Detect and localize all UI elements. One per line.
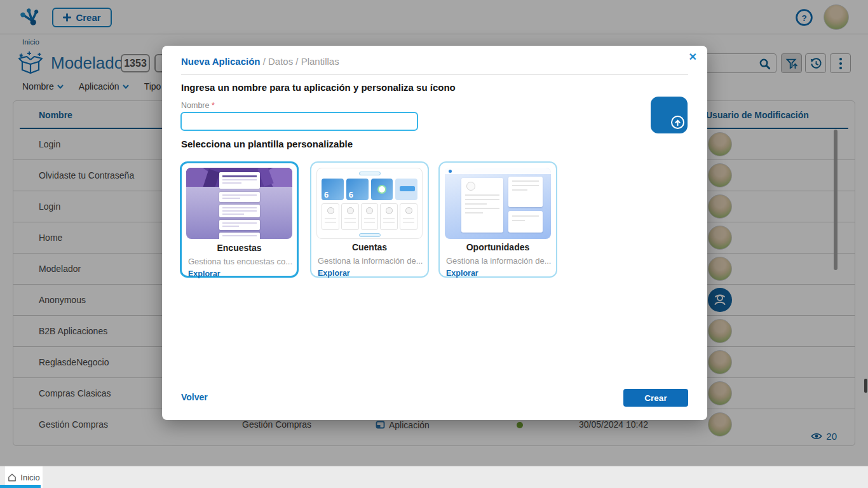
thumb-form-card [219, 233, 260, 239]
templates-heading: Selecciona un plantilla personalizable [181, 139, 353, 149]
name-field-label: Nombre * [181, 101, 215, 110]
kpi-value: 6 [324, 190, 329, 200]
template-name: Encuestas [182, 243, 297, 253]
thumb-chart-tile [371, 179, 393, 200]
explore-link[interactable]: Explorar [446, 269, 478, 278]
thumb-form-card [219, 172, 260, 189]
tab-inicio-label: Inicio [20, 473, 39, 482]
explore-link[interactable]: Explorar [188, 269, 220, 278]
thumb-side-panel [508, 177, 543, 207]
home-icon [8, 473, 17, 482]
thumb-kpi-tile: 6 [322, 179, 344, 200]
screen: Crear ? Inicio Modelador 1353 [0, 0, 868, 488]
explore-link[interactable]: Explorar [318, 269, 350, 278]
upload-icon[interactable] [671, 116, 684, 129]
thumb-form-card [219, 192, 260, 202]
new-application-modal: Nueva Aplicación / Datos / Plantillas ✕ … [162, 46, 707, 420]
modal-title: Nueva Aplicación [181, 56, 260, 67]
template-description: Gestiona la información de... [318, 256, 424, 266]
modal-divider [181, 74, 688, 75]
template-name: Cuentas [311, 242, 428, 252]
template-thumbnail-oportunidades [445, 168, 551, 239]
template-card-encuestas[interactable]: Encuestas Gestiona tus encuestas co... E… [180, 161, 299, 278]
thumb-button-pill [359, 233, 381, 237]
thumb-kpi-tile: 6 [346, 179, 369, 200]
name-input[interactable] [180, 112, 418, 131]
template-description: Gestiona la información de... [446, 256, 552, 266]
thumb-toolbar [445, 168, 551, 174]
thumb-button-pill [359, 172, 381, 175]
template-card-cuentas[interactable]: 6 6 Cuentas Gestiona la información de..… [310, 161, 429, 278]
modal-path: / Datos / Plantillas [263, 56, 339, 67]
template-thumbnail-cuentas: 6 6 [316, 168, 423, 239]
kpi-value: 6 [349, 190, 353, 200]
modal-heading: Ingresa un nombre para tu aplicación y p… [181, 82, 456, 93]
close-icon[interactable]: ✕ [689, 51, 697, 63]
thumb-contact-cards [322, 203, 417, 230]
thumb-kpi-tiles: 6 6 [322, 179, 417, 200]
app-icon-preview[interactable] [651, 97, 688, 133]
thumb-side-panel [508, 211, 543, 233]
template-name: Oportunidades [440, 242, 556, 252]
active-tab-underline [0, 485, 41, 488]
template-description: Gestiona tus encuestas co... [188, 257, 293, 266]
create-submit-button[interactable]: Crear [623, 389, 688, 407]
thumb-bar-tile [395, 179, 417, 200]
template-thumbnail-encuestas [186, 168, 292, 239]
back-link[interactable]: Volver [181, 392, 208, 402]
modal-breadcrumb: Nueva Aplicación / Datos / Plantillas [181, 56, 339, 67]
required-asterisk: * [212, 101, 215, 110]
thumb-form-card [219, 220, 260, 230]
thumb-form-panel [461, 178, 503, 233]
bottom-tab-bar: Inicio [0, 466, 868, 488]
template-card-oportunidades[interactable]: Oportunidades Gestiona la información de… [438, 161, 557, 278]
name-label-text: Nombre [181, 101, 209, 110]
thumb-form-card [219, 205, 260, 217]
